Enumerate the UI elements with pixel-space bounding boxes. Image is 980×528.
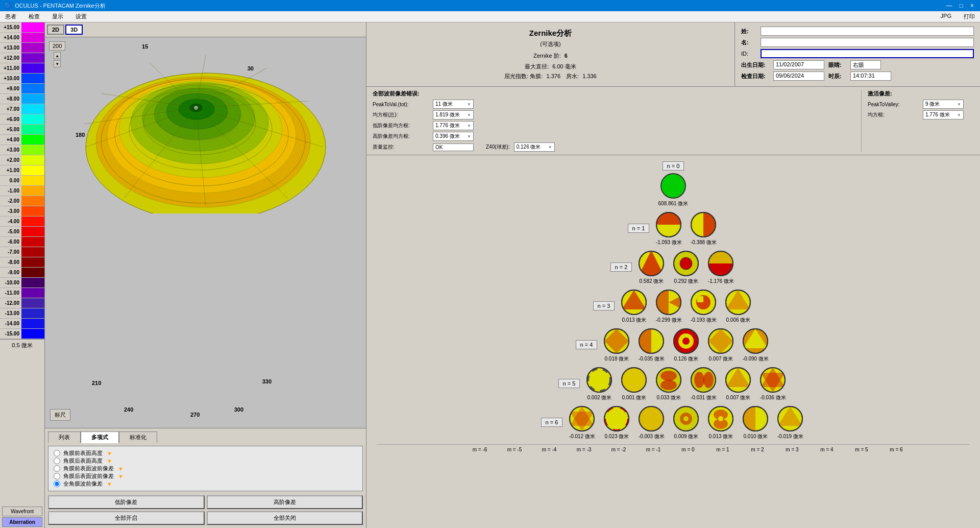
surname-value — [761, 27, 974, 36]
close-button[interactable]: × — [968, 2, 976, 9]
m-label-p6: m = 6 — [883, 447, 910, 452]
eye-value-text: 右眼 — [853, 62, 864, 68]
exam-date-value-text: 09/06/2024 — [776, 73, 804, 79]
top-row: Zernike分析 (可选项) Zernike 阶: 6 最大直径: 6.00 … — [366, 22, 980, 87]
n1-row: n = 1 -1.093 微米 — [377, 211, 970, 246]
scale-label-3: +3.00 — [0, 147, 21, 153]
scale-color-10 — [21, 74, 44, 83]
high-order-button[interactable]: 高阶像差 — [207, 495, 363, 509]
maximize-button[interactable]: □ — [958, 2, 965, 9]
n4-row: n = 4 0.018 微米 — [377, 328, 970, 363]
scale-label-n1: -1.00 — [0, 188, 21, 194]
menu-display[interactable]: 显示 — [49, 12, 66, 21]
tab-normalized[interactable]: 标准化 — [119, 431, 157, 443]
all-off-button[interactable]: 全部关闭 — [207, 511, 363, 525]
tab-list[interactable]: 列表 — [48, 431, 81, 443]
radio-cornea-front-height-input[interactable] — [54, 450, 60, 457]
refraction-water-label: 房水: — [566, 73, 579, 79]
n6-node-2: -0.003 微米 — [638, 405, 665, 440]
scale-down-button[interactable]: ▼ — [54, 60, 61, 67]
2d-toggle-button[interactable]: 2D — [47, 25, 64, 35]
scale-row-n12: -12.00 — [0, 298, 44, 308]
minimize-button[interactable]: — — [944, 2, 954, 9]
menu-settings[interactable]: 设置 — [72, 12, 90, 21]
3d-toggle-button[interactable]: 3D — [65, 25, 83, 35]
radio-total-cornea-wavefront-input[interactable] — [54, 481, 60, 487]
n5-node-2: 0.033 微米 — [655, 367, 682, 401]
scale-label-9: +9.00 — [0, 86, 21, 91]
m-label-p3: m = 3 — [779, 447, 805, 452]
n4-c4 — [742, 328, 769, 354]
n6-c1 — [603, 405, 630, 432]
scale-row-9: +9.00 — [0, 84, 44, 94]
scale-color-n14 — [21, 319, 44, 328]
n0-circle-svg — [660, 173, 687, 199]
radio-total-cornea-wavefront: 全角膜波前像差 ▼ — [54, 480, 357, 488]
m-labels-row: m = -6 m = -5 m = -4 m = -3 m = -2 m = -… — [377, 444, 970, 454]
radio-cornea-back-height-input[interactable] — [54, 458, 60, 464]
scale-color-4 — [21, 135, 44, 145]
scale-row-n8: -8.00 — [0, 257, 44, 268]
ptv-tot-label: PeakToVal.(tot): — [373, 102, 429, 107]
scale-value: 200 — [49, 41, 65, 51]
scale-label-2: +2.00 — [0, 157, 21, 163]
scale-color-3 — [21, 145, 44, 155]
scale-label-8: +8.00 — [0, 96, 21, 102]
rms-total-text: 1.819 微米 — [435, 111, 460, 118]
n1-value-0: -1.093 微米 — [656, 239, 682, 246]
scale-row-n3: -3.00 — [0, 206, 44, 217]
menu-examine[interactable]: 检查 — [26, 12, 43, 21]
wavefront-button[interactable]: Wavefront — [2, 507, 42, 516]
m-label-p1: m = 1 — [709, 447, 736, 452]
n4-node-4: -0.090 微米 — [742, 328, 769, 363]
scale-color-n8 — [21, 257, 44, 267]
scale-label-5: +5.00 — [0, 127, 21, 132]
scale-row-5: +5.00 — [0, 125, 44, 135]
ptv-sparse-value: 9 微米 ▼ — [923, 100, 964, 109]
n6-c2 — [638, 405, 665, 432]
menu-patient[interactable]: 患者 — [2, 12, 19, 21]
all-on-button[interactable]: 全部开启 — [48, 511, 205, 525]
m-label-n3: m = -3 — [571, 447, 597, 452]
n4-value-0: 0.018 微米 — [604, 355, 629, 363]
scale-color-n7 — [21, 247, 44, 257]
ruler-button[interactable]: 标尺 — [50, 409, 70, 421]
scale-label-n10: -10.00 — [0, 280, 21, 285]
scale-color-12 — [21, 53, 44, 63]
scale-label-14: +14.00 — [0, 35, 21, 40]
refraction-row: 屈光指数: 角膜: 1.376 房水: 1.336 — [377, 73, 724, 80]
3d-graph-area: 200 ▲ ▼ 标尺 15 30 0 330 300 270 240 210 1… — [45, 37, 366, 428]
right-section: Zernike分析 (可选项) Zernike 阶: 6 最大直径: 6.00 … — [366, 22, 980, 528]
m-label-0: m = 0 — [675, 447, 701, 452]
n6-label: n = 6 — [541, 418, 563, 427]
aberration-button[interactable]: Aberration — [2, 517, 42, 527]
axis-label-300: 300 — [234, 406, 243, 413]
svg-point-47 — [680, 257, 692, 270]
n0-label: n = 0 — [663, 161, 684, 171]
print-button-top[interactable]: 打印 — [961, 12, 978, 21]
scale-up-button[interactable]: ▲ — [54, 52, 61, 59]
n2-node-0: 0.582 微米 — [638, 250, 665, 285]
scale-color-n3 — [21, 206, 44, 216]
scale-row-10: +10.00 — [0, 74, 44, 84]
n6-c0 — [569, 405, 595, 432]
jpg-button-top[interactable]: JPG — [938, 12, 954, 21]
cornea-3d-svg — [73, 40, 338, 213]
id-value — [761, 49, 974, 58]
low-order-button[interactable]: 低阶像差 — [48, 495, 205, 509]
radio-cornea-front-wavefront-input[interactable] — [54, 465, 60, 472]
zernike-title-block: Zernike分析 (可选项) Zernike 阶: 6 最大直径: 6.00 … — [366, 22, 735, 86]
scale-color-n13 — [21, 308, 44, 318]
scale-row-n7: -7.00 — [0, 247, 44, 257]
radio-cornea-back-wavefront-input[interactable] — [54, 473, 60, 479]
low-order-rms-row: 低阶像差均方根: 1.776 微米 ▼ — [373, 121, 855, 130]
n2-value-1: 0.292 微米 — [674, 278, 698, 285]
zernike-nodes-area: n = 0 608.861 微米 n = 1 — [366, 155, 980, 528]
n5-node-4: 0.007 微米 — [725, 367, 751, 401]
radio-total-cornea-wavefront-label: 全角膜波前像差 — [63, 480, 103, 488]
n2-row: n = 2 0.582 微米 — [377, 250, 970, 285]
tab-polynomial[interactable]: 多项式 — [81, 431, 119, 443]
n3-c0 — [621, 289, 647, 316]
radio-options-panel: 角膜前表面高度 ▼ 角膜后表面高度 ▼ 角膜前表面波前像差 ▼ 角膜后表面波前像… — [48, 446, 363, 491]
svg-point-32 — [661, 174, 685, 198]
